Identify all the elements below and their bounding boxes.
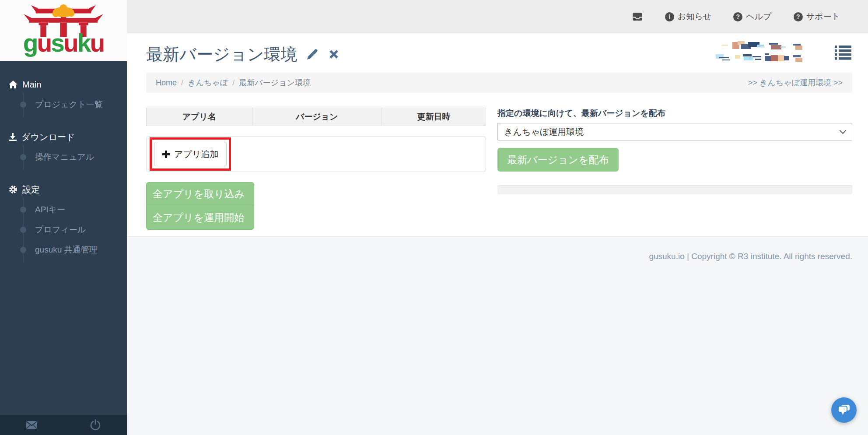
sidebar-item-manual[interactable]: 操作マニュアル xyxy=(0,147,127,167)
main-area: i お知らせ ? ヘルプ ? サポート 最新バージョン環境 xyxy=(127,0,868,435)
title-row: 最新バージョン環境 xyxy=(146,42,852,67)
help-label: ヘルプ xyxy=(746,11,771,22)
copyright-text: gusuku.io | Copyright © R3 institute. Al… xyxy=(649,252,852,261)
plus-icon xyxy=(162,151,170,158)
breadcrumb-home-link[interactable]: Home xyxy=(156,78,177,88)
environment-select-wrap: きんちゃぼ運用環境 xyxy=(497,123,852,140)
nav-section-download: ダウンロード 操作マニュアル xyxy=(0,127,127,167)
topbar: i お知らせ ? ヘルプ ? サポート xyxy=(127,0,868,33)
sidebar-item-project-list[interactable]: プロジェクト一覧 xyxy=(0,95,127,115)
support-label: サポート xyxy=(806,11,840,22)
operation-environment-link[interactable]: >> きんちゃぼ運用環境 >> xyxy=(748,77,843,88)
breadcrumb: Home / きんちゃぼ / 最新バージョン環境 >> きんちゃぼ運用環境 >> xyxy=(146,73,852,93)
sidebar: gusuku Main プロジェクト一覧 ダウンロード 操作マニュアル xyxy=(0,0,127,435)
sidebar-nav: Main プロジェクト一覧 ダウンロード 操作マニュアル xyxy=(0,61,127,260)
close-x-icon xyxy=(327,48,340,61)
page: gusuku Main プロジェクト一覧 ダウンロード 操作マニュアル xyxy=(0,0,868,435)
footer: gusuku.io | Copyright © R3 institute. Al… xyxy=(127,237,868,261)
add-app-button[interactable]: アプリ追加 xyxy=(154,142,227,166)
apps-column: アプリ名 バージョン 更新日時 xyxy=(146,108,486,230)
content-row: アプリ名 バージョン 更新日時 xyxy=(146,108,852,230)
logo-wordmark: gusuku xyxy=(23,31,104,56)
delete-environment-button[interactable] xyxy=(327,48,340,61)
list-view-button[interactable] xyxy=(835,46,851,60)
info-icon: i xyxy=(665,12,674,21)
deploy-progress-bar xyxy=(497,185,852,194)
sidebar-item-profile[interactable]: プロフィール xyxy=(0,220,127,240)
chat-launcher-button[interactable] xyxy=(831,397,857,423)
deploy-column: 指定の環境に向けて、最新バージョンを配布 きんちゃぼ運用環境 最新バージョンを配… xyxy=(497,108,852,230)
nav-section-main: Main プロジェクト一覧 xyxy=(0,74,127,115)
sidebar-item-download[interactable]: ダウンロード xyxy=(0,127,127,147)
inbox-icon xyxy=(632,12,643,21)
sidebar-bottom-bar xyxy=(0,415,127,435)
breadcrumb-separator: / xyxy=(232,78,234,88)
apps-table: アプリ名 バージョン 更新日時 xyxy=(146,108,486,126)
home-icon xyxy=(9,81,18,88)
deploy-latest-version-button[interactable]: 最新バージョンを配布 xyxy=(497,148,619,172)
question-icon: ? xyxy=(733,12,742,21)
gear-icon xyxy=(9,185,18,194)
topbar-item-news[interactable]: i お知らせ xyxy=(665,11,711,22)
pencil-icon xyxy=(305,47,319,61)
topbar-item-support[interactable]: ? サポート xyxy=(794,11,840,22)
breadcrumb-project-link[interactable]: きんちゃぼ xyxy=(188,77,228,88)
tutorial-highlight-box: アプリ追加 xyxy=(150,137,231,171)
list-icon xyxy=(835,46,851,60)
page-title: 最新バージョン環境 xyxy=(146,43,298,66)
column-updated-at: 更新日時 xyxy=(382,108,486,126)
column-app-name: アプリ名 xyxy=(147,108,252,126)
news-label: お知らせ xyxy=(678,11,711,22)
gusuku-logo[interactable]: gusuku xyxy=(0,0,127,61)
sidebar-item-api-key[interactable]: APIキー xyxy=(0,200,127,220)
environment-icons-group xyxy=(716,40,851,65)
inbox-button[interactable] xyxy=(632,12,643,21)
download-icon xyxy=(9,133,17,141)
column-version: バージョン xyxy=(252,108,382,126)
sidebar-item-main[interactable]: Main xyxy=(0,74,127,95)
operate-all-apps-button[interactable]: 全アプリを運用開始 xyxy=(146,206,254,230)
edit-environment-button[interactable] xyxy=(305,47,319,61)
envelope-icon xyxy=(26,421,38,429)
question-icon: ? xyxy=(794,12,803,21)
breadcrumb-separator: / xyxy=(181,78,183,88)
app-add-panel: アプリ追加 xyxy=(146,136,486,172)
breadcrumb-current: 最新バージョン環境 xyxy=(239,77,311,88)
chat-bubbles-icon xyxy=(837,404,850,416)
import-all-apps-button[interactable]: 全アプリを取り込み xyxy=(146,182,254,206)
sidebar-item-settings[interactable]: 設定 xyxy=(0,179,127,200)
nav-section-settings: 設定 APIキー プロフィール gusuku 共通管理 xyxy=(0,179,127,260)
power-button[interactable] xyxy=(90,419,101,431)
mail-button[interactable] xyxy=(26,421,38,429)
sidebar-item-gusuku-common[interactable]: gusuku 共通管理 xyxy=(0,240,127,260)
power-icon xyxy=(90,419,101,431)
environment-select[interactable]: きんちゃぼ運用環境 xyxy=(497,123,852,140)
bulk-actions: 全アプリを取り込み 全アプリを運用開始 xyxy=(146,182,254,230)
environment-flow-icons[interactable] xyxy=(716,40,825,65)
topbar-item-help[interactable]: ? ヘルプ xyxy=(733,11,771,22)
content-panel: 最新バージョン環境 xyxy=(127,33,868,237)
deploy-label: 指定の環境に向けて、最新バージョンを配布 xyxy=(497,108,852,119)
